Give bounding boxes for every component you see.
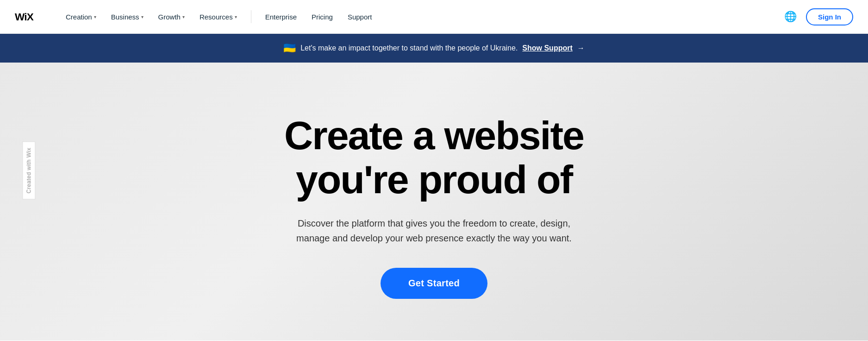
hero-headline-line1: Create a website [284, 113, 584, 158]
nav-item-growth-chevron: ▾ [182, 14, 185, 19]
nav-item-business[interactable]: Business ▾ [105, 9, 150, 25]
side-created-label: Created with Wix [22, 142, 35, 200]
nav-item-resources[interactable]: Resources ▾ [193, 9, 244, 25]
nav-item-creation-chevron: ▾ [94, 14, 96, 19]
nav-item-enterprise-label: Enterprise [265, 13, 297, 21]
navbar: WiX Creation ▾ Business ▾ Growth ▾ Resou… [0, 0, 868, 34]
nav-item-support-label: Support [348, 13, 372, 21]
svg-text:WiX: WiX [15, 11, 34, 23]
ukraine-banner: 🇺🇦 Let's make an impact together to stan… [0, 34, 868, 63]
nav-item-growth[interactable]: Growth ▾ [152, 9, 191, 25]
ukraine-arrow-icon: → [577, 44, 585, 52]
nav-item-enterprise[interactable]: Enterprise [259, 9, 303, 25]
hero-headline-line2: you're proud of [296, 157, 572, 202]
nav-divider [251, 10, 251, 23]
nav-item-pricing-label: Pricing [312, 13, 333, 21]
sign-in-button[interactable]: Sign In [806, 8, 853, 25]
nav-item-creation-label: Creation [66, 13, 92, 21]
nav-item-business-chevron: ▾ [141, 14, 144, 19]
nav-primary-items: Creation ▾ Business ▾ Growth ▾ Resources… [59, 9, 784, 25]
hero-section: Create a website you're proud of Discove… [0, 63, 868, 341]
ukraine-banner-text: Let's make an impact together to stand w… [300, 44, 518, 52]
ukraine-show-support-link[interactable]: Show Support [522, 44, 572, 52]
hero-subtext: Discover the platform that gives you the… [291, 216, 578, 246]
hero-headline: Create a website you're proud of [284, 114, 584, 201]
ukraine-flag-icon: 🇺🇦 [283, 42, 296, 54]
nav-item-growth-label: Growth [158, 13, 181, 21]
nav-right: 🌐 Sign In [784, 8, 853, 25]
nav-item-support[interactable]: Support [341, 9, 379, 25]
nav-item-creation[interactable]: Creation ▾ [59, 9, 103, 25]
nav-item-resources-chevron: ▾ [235, 14, 237, 19]
nav-item-business-label: Business [111, 13, 139, 21]
get-started-button[interactable]: Get Started [381, 268, 487, 299]
nav-item-resources-label: Resources [200, 13, 233, 21]
nav-item-pricing[interactable]: Pricing [305, 9, 339, 25]
globe-icon[interactable]: 🌐 [784, 11, 797, 23]
wix-logo[interactable]: WiX [15, 10, 43, 24]
